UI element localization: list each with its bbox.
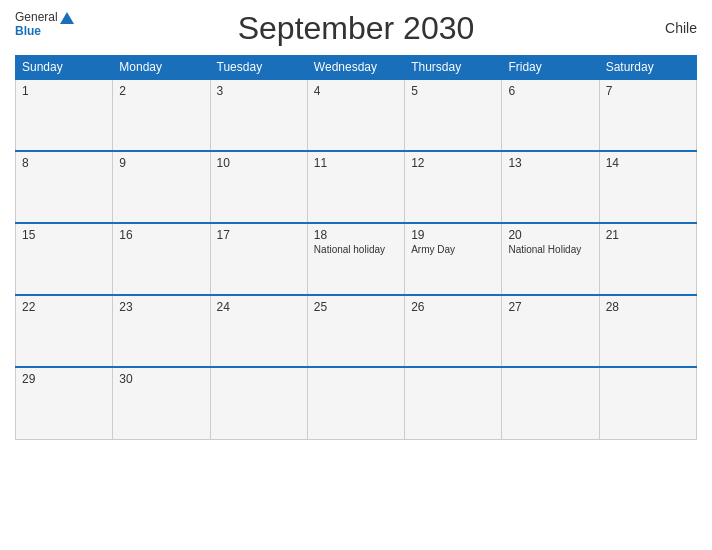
- header-sunday: Sunday: [16, 56, 113, 80]
- calendar-title: September 2030: [238, 10, 475, 47]
- day-cell-w4-d6: [599, 367, 696, 439]
- header-thursday: Thursday: [405, 56, 502, 80]
- day-cell-w3-d5: 27: [502, 295, 599, 367]
- day-number: 11: [314, 156, 398, 170]
- day-number: 17: [217, 228, 301, 242]
- header-tuesday: Tuesday: [210, 56, 307, 80]
- week-row-4: 2930: [16, 367, 697, 439]
- day-number: 18: [314, 228, 398, 242]
- header-monday: Monday: [113, 56, 210, 80]
- day-cell-w1-d2: 10: [210, 151, 307, 223]
- day-number: 5: [411, 84, 495, 98]
- day-number: 10: [217, 156, 301, 170]
- day-number: 27: [508, 300, 592, 314]
- day-number: 7: [606, 84, 690, 98]
- event-label: National holiday: [314, 244, 398, 255]
- header-friday: Friday: [502, 56, 599, 80]
- day-number: 12: [411, 156, 495, 170]
- day-cell-w0-d0: 1: [16, 79, 113, 151]
- day-number: 6: [508, 84, 592, 98]
- day-number: 2: [119, 84, 203, 98]
- day-number: 28: [606, 300, 690, 314]
- day-cell-w3-d4: 26: [405, 295, 502, 367]
- day-cell-w0-d6: 7: [599, 79, 696, 151]
- header-wednesday: Wednesday: [307, 56, 404, 80]
- day-cell-w4-d3: [307, 367, 404, 439]
- calendar-grid: Sunday Monday Tuesday Wednesday Thursday…: [15, 55, 697, 440]
- week-row-3: 22232425262728: [16, 295, 697, 367]
- day-number: 14: [606, 156, 690, 170]
- logo-blue-text: Blue: [15, 24, 41, 38]
- day-number: 15: [22, 228, 106, 242]
- day-cell-w2-d3: 18National holiday: [307, 223, 404, 295]
- day-cell-w3-d2: 24: [210, 295, 307, 367]
- day-number: 23: [119, 300, 203, 314]
- day-cell-w2-d4: 19Army Day: [405, 223, 502, 295]
- day-number: 9: [119, 156, 203, 170]
- header-saturday: Saturday: [599, 56, 696, 80]
- day-number: 25: [314, 300, 398, 314]
- day-cell-w1-d3: 11: [307, 151, 404, 223]
- day-number: 19: [411, 228, 495, 242]
- day-number: 29: [22, 372, 106, 386]
- day-number: 13: [508, 156, 592, 170]
- event-label: National Holiday: [508, 244, 592, 255]
- logo-triangle-icon: [60, 12, 74, 24]
- logo-general-text: General: [15, 10, 74, 24]
- weekday-header-row: Sunday Monday Tuesday Wednesday Thursday…: [16, 56, 697, 80]
- day-number: 8: [22, 156, 106, 170]
- day-cell-w1-d4: 12: [405, 151, 502, 223]
- day-cell-w1-d1: 9: [113, 151, 210, 223]
- day-cell-w1-d0: 8: [16, 151, 113, 223]
- day-number: 30: [119, 372, 203, 386]
- day-number: 24: [217, 300, 301, 314]
- day-cell-w0-d1: 2: [113, 79, 210, 151]
- day-cell-w2-d0: 15: [16, 223, 113, 295]
- country-label: Chile: [665, 20, 697, 36]
- week-row-0: 1234567: [16, 79, 697, 151]
- day-cell-w3-d1: 23: [113, 295, 210, 367]
- day-number: 22: [22, 300, 106, 314]
- logo: General Blue: [15, 10, 74, 38]
- calendar-header: General Blue September 2030 Chile: [15, 10, 697, 47]
- calendar-container: General Blue September 2030 Chile Sunday…: [0, 0, 712, 550]
- day-cell-w3-d0: 22: [16, 295, 113, 367]
- day-cell-w0-d5: 6: [502, 79, 599, 151]
- day-cell-w2-d6: 21: [599, 223, 696, 295]
- day-number: 26: [411, 300, 495, 314]
- day-cell-w4-d0: 29: [16, 367, 113, 439]
- day-cell-w3-d3: 25: [307, 295, 404, 367]
- week-row-2: 15161718National holiday19Army Day20Nati…: [16, 223, 697, 295]
- day-cell-w0-d3: 4: [307, 79, 404, 151]
- day-number: 16: [119, 228, 203, 242]
- day-cell-w4-d1: 30: [113, 367, 210, 439]
- day-cell-w0-d4: 5: [405, 79, 502, 151]
- day-cell-w2-d5: 20National Holiday: [502, 223, 599, 295]
- day-cell-w1-d6: 14: [599, 151, 696, 223]
- event-label: Army Day: [411, 244, 495, 255]
- day-cell-w3-d6: 28: [599, 295, 696, 367]
- day-cell-w1-d5: 13: [502, 151, 599, 223]
- day-number: 21: [606, 228, 690, 242]
- day-cell-w4-d5: [502, 367, 599, 439]
- day-number: 20: [508, 228, 592, 242]
- day-cell-w0-d2: 3: [210, 79, 307, 151]
- day-cell-w4-d2: [210, 367, 307, 439]
- day-cell-w4-d4: [405, 367, 502, 439]
- day-number: 1: [22, 84, 106, 98]
- day-number: 3: [217, 84, 301, 98]
- week-row-1: 891011121314: [16, 151, 697, 223]
- day-cell-w2-d1: 16: [113, 223, 210, 295]
- day-number: 4: [314, 84, 398, 98]
- day-cell-w2-d2: 17: [210, 223, 307, 295]
